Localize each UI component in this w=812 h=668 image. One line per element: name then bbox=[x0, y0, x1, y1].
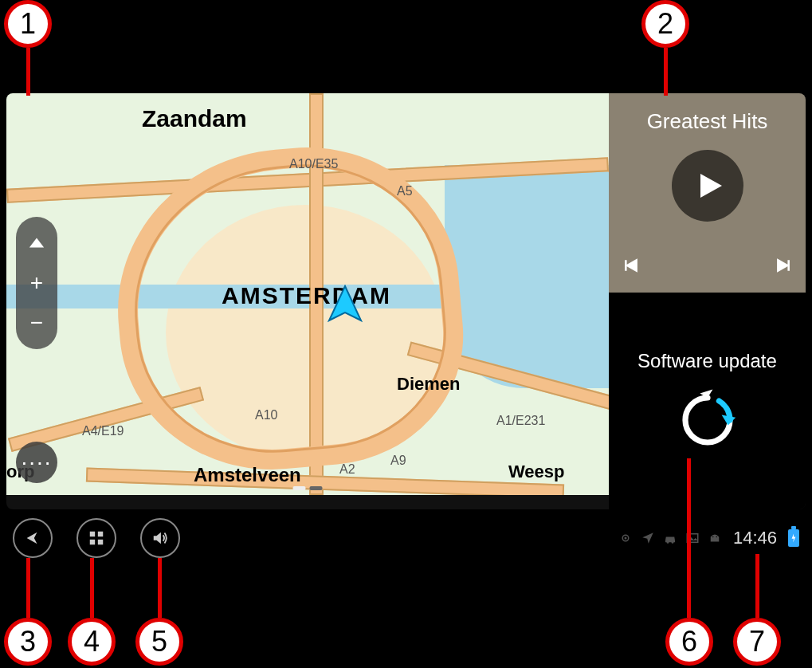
callout-number: 7 bbox=[749, 625, 765, 658]
back-arrow-icon bbox=[24, 529, 41, 547]
software-update-panel[interactable]: Software update bbox=[609, 293, 806, 509]
gps-icon bbox=[618, 531, 633, 545]
map-road-label: A10 bbox=[255, 408, 277, 422]
callout-bubble-7: 7 bbox=[733, 618, 781, 666]
map-city-label: Amstelveen bbox=[194, 464, 301, 486]
svg-rect-2 bbox=[90, 540, 95, 544]
skip-previous-icon bbox=[623, 257, 639, 273]
callout-number: 3 bbox=[20, 625, 36, 658]
media-controls bbox=[623, 257, 791, 278]
svg-rect-3 bbox=[98, 540, 103, 544]
svg-point-7 bbox=[712, 536, 714, 538]
map-road-label: A9 bbox=[390, 454, 406, 468]
media-player-panel[interactable]: Greatest Hits bbox=[609, 93, 806, 293]
map-water bbox=[445, 165, 609, 388]
callout-bubble-3: 3 bbox=[4, 618, 52, 666]
map-view[interactable]: Zaandam AMSTERDAM Diemen Amstelveen Wees… bbox=[6, 93, 609, 495]
previous-track-button[interactable] bbox=[623, 257, 639, 278]
side-panels: Greatest Hits Software update bbox=[609, 93, 806, 509]
callout-bubble-5: 5 bbox=[135, 618, 183, 666]
callout-bubble-4: 4 bbox=[68, 618, 116, 666]
map-city-label: Zaandam bbox=[142, 105, 247, 132]
zoom-in-button[interactable]: + bbox=[19, 263, 54, 303]
minus-icon: − bbox=[30, 310, 43, 336]
page-indicator bbox=[293, 486, 323, 490]
map-options-button[interactable]: ···· bbox=[16, 442, 57, 483]
apps-grid-icon bbox=[88, 529, 105, 547]
device-screen: Zaandam AMSTERDAM Diemen Amstelveen Wees… bbox=[6, 93, 806, 509]
callout-number: 6 bbox=[681, 625, 697, 658]
map-road-label: A5 bbox=[397, 184, 413, 198]
map-road-label: A2 bbox=[339, 462, 355, 477]
callout-number: 4 bbox=[84, 625, 100, 658]
android-icon bbox=[708, 531, 722, 545]
volume-button[interactable] bbox=[140, 518, 180, 558]
svg-point-5 bbox=[624, 537, 626, 540]
callout-line bbox=[687, 458, 691, 618]
page-dot[interactable] bbox=[293, 486, 306, 490]
system-bar: 14:46 bbox=[6, 514, 806, 562]
apps-button[interactable] bbox=[76, 518, 116, 558]
media-track-title: Greatest Hits bbox=[647, 109, 768, 134]
battery-charging-icon bbox=[788, 529, 799, 547]
callout-number: 2 bbox=[657, 7, 673, 41]
map-city-label: AMSTERDAM bbox=[222, 282, 391, 309]
callout-number: 1 bbox=[20, 7, 36, 41]
callout-line bbox=[755, 554, 759, 618]
callout-bubble-2: 2 bbox=[641, 0, 689, 48]
map-road-label: A4/E19 bbox=[82, 424, 124, 438]
map-road-label: A10/E35 bbox=[289, 157, 338, 171]
svg-rect-1 bbox=[98, 532, 103, 536]
plus-icon: + bbox=[30, 270, 43, 296]
zoom-out-button[interactable]: − bbox=[19, 303, 54, 343]
page-dot[interactable] bbox=[310, 486, 323, 490]
play-button[interactable] bbox=[672, 150, 743, 222]
callout-bubble-1: 1 bbox=[4, 0, 52, 48]
speaker-icon bbox=[151, 529, 169, 547]
map-zoom-controls: + − bbox=[16, 217, 57, 349]
callout-number: 5 bbox=[151, 625, 167, 658]
chevron-up-icon bbox=[28, 234, 45, 252]
map-road bbox=[86, 468, 564, 495]
map-city-label: Weesp bbox=[508, 462, 565, 482]
back-button[interactable] bbox=[13, 518, 53, 558]
callout-line bbox=[26, 48, 30, 96]
map-north-up-button[interactable] bbox=[19, 223, 54, 263]
location-icon bbox=[641, 531, 655, 545]
dots-icon: ···· bbox=[21, 450, 52, 475]
map-city-label: Diemen bbox=[397, 374, 460, 395]
callout-line bbox=[90, 558, 94, 618]
car-icon bbox=[663, 531, 677, 545]
callout-line bbox=[664, 48, 668, 96]
svg-point-8 bbox=[716, 536, 717, 538]
refresh-icon bbox=[676, 388, 739, 452]
callout-line bbox=[158, 558, 162, 618]
callout-line bbox=[26, 558, 30, 618]
status-tray: 14:46 bbox=[618, 528, 799, 548]
map-road-label: A1/E231 bbox=[496, 414, 545, 428]
next-track-button[interactable] bbox=[775, 257, 791, 278]
svg-rect-0 bbox=[90, 532, 95, 536]
status-clock: 14:46 bbox=[733, 528, 777, 548]
update-panel-title: Software update bbox=[637, 350, 777, 372]
play-icon bbox=[696, 171, 724, 200]
skip-next-icon bbox=[775, 257, 791, 273]
callout-bubble-6: 6 bbox=[665, 618, 713, 666]
